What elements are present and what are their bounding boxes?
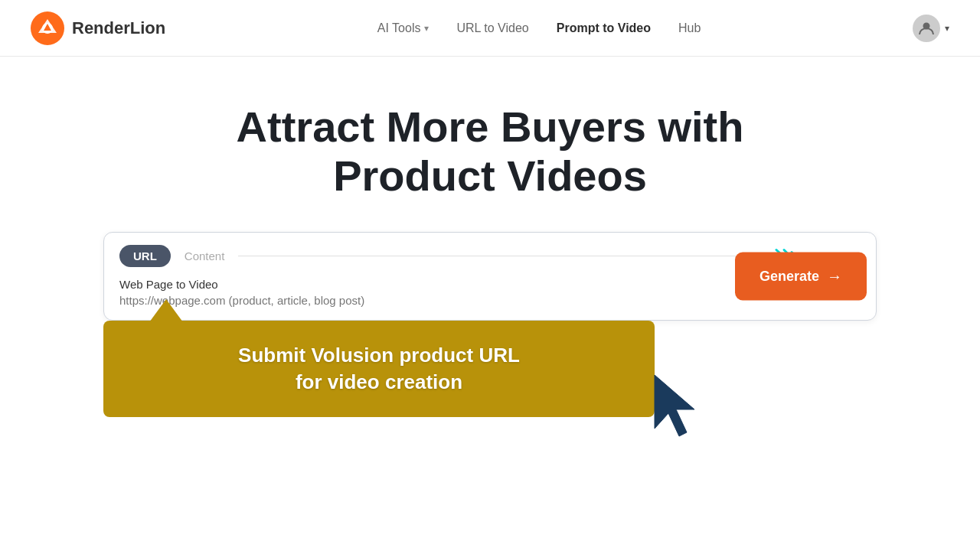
cursor-decoration: [647, 371, 724, 463]
user-dropdown-icon: ▾: [945, 23, 949, 34]
main-nav: AI Tools ▾ URL to Video Prompt to Video …: [377, 21, 701, 35]
logo-text: RenderLion: [72, 18, 165, 38]
callout-text: Submit Volusion product URL for video cr…: [134, 342, 624, 396]
nav-ai-tools[interactable]: AI Tools ▾: [377, 21, 430, 35]
user-avatar-icon: [913, 15, 940, 42]
tab-url[interactable]: URL: [119, 245, 171, 267]
nav-url-to-video[interactable]: URL to Video: [456, 21, 528, 35]
logo-icon: [31, 11, 64, 45]
nav-hub[interactable]: Hub: [678, 21, 701, 35]
url-input-card: URL Content Web Page to Video Generate →: [103, 232, 877, 321]
callout-wrapper: Submit Volusion product URL for video cr…: [103, 321, 877, 417]
svg-marker-8: [655, 375, 694, 436]
logo[interactable]: RenderLion: [31, 11, 165, 45]
callout-box: Submit Volusion product URL for video cr…: [103, 321, 655, 417]
tab-content[interactable]: Content: [171, 245, 239, 267]
hero-title: Attract More Buyers with Product Videos: [237, 103, 744, 201]
nav-prompt-to-video[interactable]: Prompt to Video: [557, 21, 651, 35]
ai-tools-dropdown-icon: ▾: [424, 23, 429, 34]
generate-button[interactable]: Generate →: [735, 252, 867, 300]
user-menu[interactable]: ▾: [913, 15, 949, 42]
arrow-right-icon: →: [827, 267, 842, 285]
